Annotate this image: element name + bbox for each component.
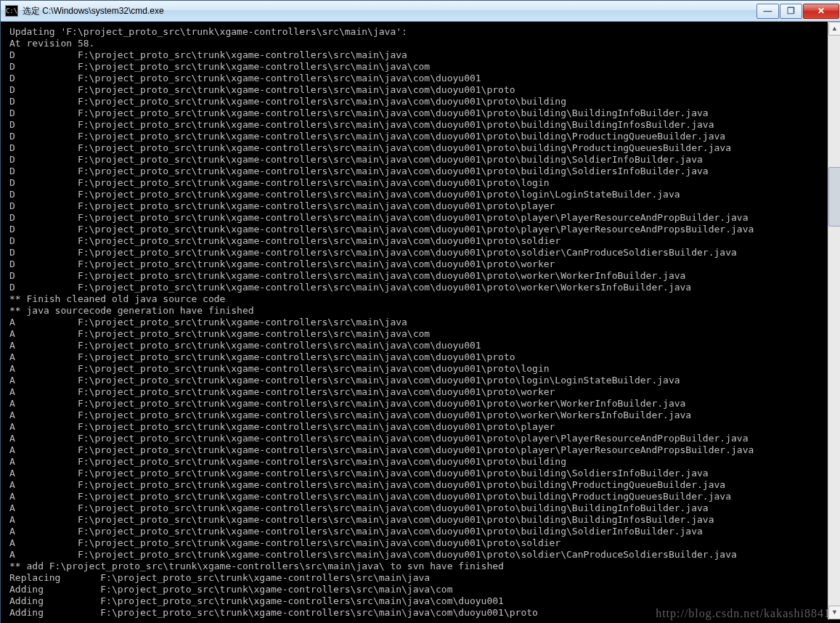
window-title: 选定 C:\Windows\system32\cmd.exe — [23, 5, 757, 17]
maximize-button[interactable]: ❐ — [780, 4, 802, 19]
scroll-thumb[interactable] — [828, 167, 840, 227]
cmd-window: C:\ 选定 C:\Windows\system32\cmd.exe — ❐ ✕… — [0, 0, 840, 623]
titlebar[interactable]: C:\ 选定 C:\Windows\system32\cmd.exe — ❐ ✕ — [1, 1, 840, 22]
scroll-down-button[interactable]: ▼ — [828, 606, 840, 619]
close-button[interactable]: ✕ — [803, 4, 839, 19]
console-client-area[interactable]: Updating 'F:\project_proto_src\trunk\xga… — [5, 22, 836, 619]
minimize-button[interactable]: — — [757, 4, 779, 19]
console-output: Updating 'F:\project_proto_src\trunk\xga… — [9, 26, 836, 619]
scroll-up-button[interactable]: ▲ — [828, 22, 840, 36]
vertical-scrollbar[interactable]: ▲ ▼ — [828, 22, 840, 619]
app-icon: C:\ — [5, 5, 18, 17]
